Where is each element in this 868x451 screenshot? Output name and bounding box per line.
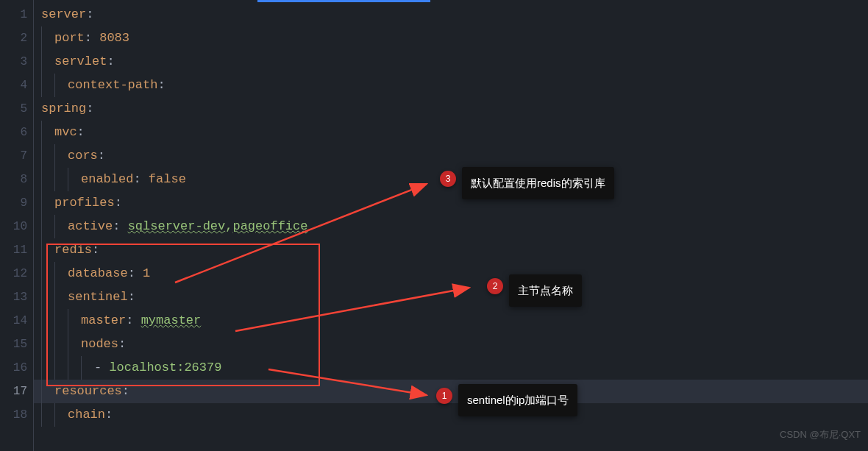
line-number: 2: [0, 26, 27, 50]
annotation-label-3: 默认配置使用redis的索引库: [462, 167, 614, 199]
code-line-11[interactable]: redis:: [34, 238, 868, 262]
code-line-18[interactable]: chain:: [34, 403, 868, 427]
line-number: 16: [0, 356, 27, 380]
code-line-12[interactable]: database: 1: [34, 262, 868, 285]
line-number: 1: [0, 3, 27, 26]
line-number: 12: [0, 262, 27, 285]
line-number: 8: [0, 168, 27, 191]
code-line-3[interactable]: servlet:: [34, 50, 868, 74]
line-number: 15: [0, 333, 27, 356]
code-line-2[interactable]: port: 8083: [34, 26, 868, 50]
annotation-label-1: sentinel的ip加端口号: [458, 384, 577, 416]
code-editor[interactable]: 1 2 3 4 5 6 7 8 9 10 11 12 13 14 15 16 1…: [0, 0, 868, 451]
line-number: 11: [0, 238, 27, 262]
line-number: 3: [0, 50, 27, 74]
annotation-label-2: 主节点名称: [509, 274, 582, 307]
code-line-10[interactable]: active: sqlserver-dev,pageoffice: [34, 215, 868, 238]
code-line-16[interactable]: - localhost:26379: [34, 356, 868, 380]
code-line-7[interactable]: cors:: [34, 144, 868, 168]
code-line-13[interactable]: sentinel:: [34, 285, 868, 309]
line-number: 5: [0, 97, 27, 121]
code-line-4[interactable]: context-path:: [34, 74, 868, 97]
line-number: 17: [0, 380, 27, 403]
line-number: 9: [0, 191, 27, 215]
annotation-badge-1: 1: [436, 388, 452, 404]
line-number: 13: [0, 285, 27, 309]
line-number: 18: [0, 403, 27, 427]
code-line-9[interactable]: profiles:: [34, 191, 868, 215]
line-number: 14: [0, 309, 27, 333]
line-number: 4: [0, 74, 27, 97]
line-number: 6: [0, 121, 27, 144]
line-number: 7: [0, 144, 27, 168]
annotation-badge-3: 3: [440, 171, 456, 187]
code-line-1[interactable]: server:: [34, 3, 868, 26]
code-line-15[interactable]: nodes:: [34, 333, 868, 356]
code-line-14[interactable]: master: mymaster: [34, 309, 868, 333]
annotation-badge-2: 2: [487, 278, 503, 294]
code-content[interactable]: server: port: 8083 servlet: context-path…: [33, 0, 868, 451]
line-number-gutter: 1 2 3 4 5 6 7 8 9 10 11 12 13 14 15 16 1…: [0, 0, 33, 451]
watermark: CSDN @布尼·QXT: [780, 423, 861, 447]
code-line-6[interactable]: mvc:: [34, 121, 868, 144]
code-line-5[interactable]: spring:: [34, 97, 868, 121]
line-number: 10: [0, 215, 27, 238]
